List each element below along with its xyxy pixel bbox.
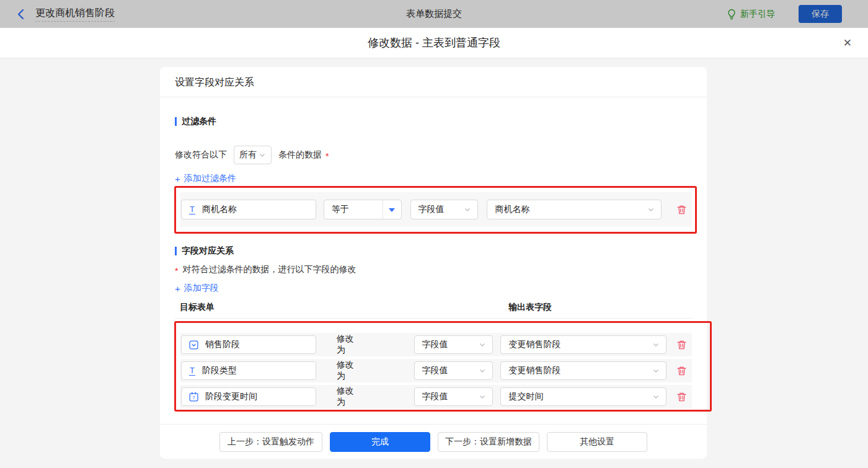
mapping-rows: 销售阶段 修改为 字段值 变更销售阶段 bbox=[175, 333, 692, 408]
chevron-down-icon bbox=[479, 341, 486, 348]
modify-to-label: 修改为 bbox=[337, 386, 363, 408]
required-mark: * bbox=[175, 266, 178, 276]
output-field-select[interactable]: 变更销售阶段 bbox=[500, 335, 666, 354]
output-field-select[interactable]: 提交时间 bbox=[500, 387, 666, 406]
section-accent-bar bbox=[175, 247, 177, 255]
match-prefix-label: 修改符合以下 bbox=[175, 149, 227, 161]
modal-title: 修改数据 - 主表到普通字段 bbox=[0, 28, 868, 58]
other-settings-button[interactable]: 其他设置 bbox=[547, 432, 647, 452]
card-content: 过滤条件 修改符合以下 所有 条件的数据 * + 添加过滤条件 bbox=[160, 117, 707, 408]
plus-icon: + bbox=[175, 283, 180, 294]
operator-dropdown-zone[interactable] bbox=[383, 200, 401, 219]
chevron-down-icon bbox=[652, 341, 660, 348]
chevron-down-icon bbox=[647, 206, 655, 213]
add-filter-condition-link[interactable]: + 添加过滤条件 bbox=[175, 174, 236, 183]
close-icon[interactable]: ✕ bbox=[843, 28, 852, 58]
mapping-section-title: 字段对应关系 bbox=[175, 246, 692, 256]
modal-header: 修改数据 - 主表到普通字段 ✕ bbox=[0, 28, 868, 58]
value-type-select[interactable]: 字段值 bbox=[414, 387, 494, 406]
mapping-row: T 阶段类型 修改为 字段值 变更销售阶段 bbox=[180, 359, 692, 382]
card-header-title: 设置字段对应关系 bbox=[160, 67, 707, 97]
mapping-description: * 对符合过滤条件的数据，进行以下字段的修改 bbox=[175, 265, 692, 275]
chevron-down-icon bbox=[479, 367, 486, 374]
delete-row-icon[interactable] bbox=[676, 366, 687, 376]
topbar: 更改商机销售阶段 表单数据提交 新手引导 保存 bbox=[0, 0, 868, 28]
filter-section-title: 过滤条件 bbox=[175, 117, 692, 126]
operator-value: 等于 bbox=[324, 204, 383, 215]
column-header-output-field: 输出表字段 bbox=[508, 302, 552, 313]
chevron-down-icon bbox=[652, 367, 660, 374]
text-field-icon: T bbox=[189, 366, 195, 376]
done-button[interactable]: 完成 bbox=[330, 432, 430, 452]
value-type-select[interactable]: 字段值 bbox=[414, 361, 494, 380]
delete-row-icon[interactable] bbox=[676, 392, 687, 402]
target-field-input[interactable]: T 阶段类型 bbox=[181, 361, 316, 380]
chevron-down-icon bbox=[479, 393, 486, 400]
delete-filter-icon[interactable] bbox=[676, 205, 687, 215]
chevron-down-icon bbox=[464, 206, 471, 213]
card-footer: 上一步：设置触发动作 完成 下一步：设置新增数据 其他设置 bbox=[160, 424, 707, 459]
match-suffix-label: 条件的数据 bbox=[278, 149, 322, 161]
modify-data-modal: 修改数据 - 主表到普通字段 ✕ 设置字段对应关系 过滤条件 修改符合以下 所有… bbox=[0, 28, 868, 468]
filter-match-row: 修改符合以下 所有 条件的数据 * bbox=[175, 145, 692, 165]
page: 更改商机销售阶段 表单数据提交 新手引导 保存 修改数据 - 主表到普通字段 ✕… bbox=[0, 0, 868, 468]
filter-field-value: 商机名称 bbox=[202, 204, 237, 215]
modal-dim-overlay bbox=[0, 0, 868, 28]
filter-field-input[interactable]: T 商机名称 bbox=[181, 200, 316, 219]
svg-text:7: 7 bbox=[192, 395, 195, 400]
target-field-input[interactable]: 销售阶段 bbox=[181, 335, 316, 354]
section-accent-bar bbox=[175, 117, 177, 126]
date-field-icon: 7 bbox=[189, 392, 198, 402]
modify-to-label: 修改为 bbox=[337, 333, 363, 356]
mapping-row: 销售阶段 修改为 字段值 变更销售阶段 bbox=[180, 333, 692, 356]
mapping-column-headers: 目标表单 输出表字段 bbox=[175, 302, 692, 319]
value-type-select[interactable]: 字段值 bbox=[414, 335, 494, 354]
mapping-row: 7 阶段变更时间 修改为 字段值 提交时间 bbox=[180, 385, 692, 408]
caret-down-icon bbox=[389, 208, 395, 215]
target-field-input[interactable]: 7 阶段变更时间 bbox=[181, 387, 316, 406]
delete-row-icon[interactable] bbox=[676, 340, 687, 350]
match-mode-value: 所有 bbox=[239, 149, 257, 161]
filter-operator-select[interactable]: 等于 bbox=[324, 200, 402, 219]
column-header-target-form: 目标表单 bbox=[180, 302, 215, 313]
filter-value-select[interactable]: 商机名称 bbox=[487, 200, 662, 219]
chevron-down-icon bbox=[652, 393, 660, 400]
filter-value-type-select[interactable]: 字段值 bbox=[410, 200, 479, 219]
next-step-button[interactable]: 下一步：设置新增数据 bbox=[438, 432, 539, 452]
chevron-down-icon bbox=[259, 151, 266, 159]
text-field-icon: T bbox=[189, 205, 195, 214]
filter-condition-row: T 商机名称 等于 字段值 商机名称 bbox=[180, 192, 692, 227]
target-field-value: 阶段类型 bbox=[202, 365, 237, 376]
field-mapping-card: 设置字段对应关系 过滤条件 修改符合以下 所有 条件的数据 * bbox=[160, 67, 707, 459]
add-field-link[interactable]: + 添加字段 bbox=[175, 283, 219, 293]
output-field-select[interactable]: 变更销售阶段 bbox=[500, 361, 666, 380]
plus-icon: + bbox=[175, 174, 180, 184]
required-mark: * bbox=[326, 151, 329, 161]
previous-step-button[interactable]: 上一步：设置触发动作 bbox=[219, 432, 322, 452]
target-field-value: 阶段变更时间 bbox=[205, 391, 257, 402]
match-mode-select[interactable]: 所有 bbox=[234, 146, 272, 164]
modify-to-label: 修改为 bbox=[337, 360, 363, 382]
select-field-icon bbox=[189, 340, 198, 350]
target-field-value: 销售阶段 bbox=[205, 339, 240, 350]
